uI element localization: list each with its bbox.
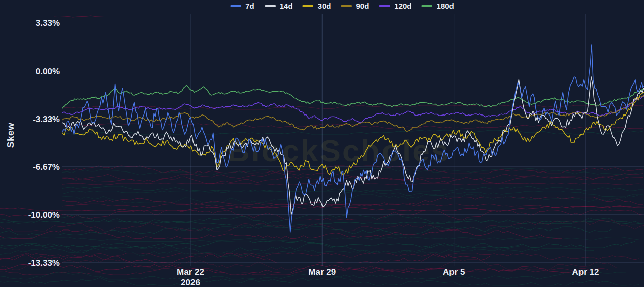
legend-item-7d[interactable]: 7d: [230, 2, 254, 10]
legend-label: 180d: [437, 2, 454, 10]
legend-label: 14d: [280, 2, 293, 10]
background-noise-line: [0, 230, 562, 239]
series-line-180d: [62, 85, 644, 108]
background-noise-line: [62, 168, 643, 175]
background-noise-line: [0, 237, 639, 242]
background-noise-line: [62, 191, 643, 197]
x-tick-sublabel: 2026: [181, 278, 200, 287]
legend-swatch-14d: [265, 5, 276, 7]
chart-panel: 7d14d30d90d120d180d Skew BlockScholes 3.…: [0, 0, 644, 287]
skew-chart[interactable]: BlockScholes 3.33%0.00%-3.33%-6.67%-10.0…: [0, 0, 644, 287]
x-tick-label: Apr 5: [443, 267, 465, 277]
legend-item-180d[interactable]: 180d: [422, 2, 454, 10]
background-noise-line: [62, 197, 643, 205]
legend-swatch-180d: [422, 5, 433, 7]
y-tick-label: -6.67%: [33, 162, 60, 172]
y-tick-label: 0.00%: [36, 67, 60, 76]
legend-label: 120d: [394, 2, 411, 10]
legend-swatch-90d: [341, 5, 352, 7]
watermark: BlockScholes: [227, 133, 450, 168]
series-line-90d: [62, 95, 644, 131]
background-noise-line: [0, 253, 639, 260]
legend-swatch-120d: [379, 5, 390, 7]
y-tick-label: -3.33%: [33, 114, 60, 124]
background-noise-line: [0, 277, 639, 285]
x-tick-label: Mar 22: [177, 267, 204, 277]
y-tick-label: 3.33%: [36, 18, 60, 28]
legend-label: 90d: [356, 2, 369, 10]
background-noise-line: [0, 227, 612, 235]
y-tick-label: -10.00%: [28, 210, 60, 220]
background-noise-line: [62, 194, 643, 203]
legend: 7d14d30d90d120d180d: [230, 2, 454, 10]
y-tick-label: -13.33%: [28, 258, 60, 268]
legend-item-30d[interactable]: 30d: [303, 2, 331, 10]
background-noise-line: [62, 183, 643, 185]
legend-label: 7d: [245, 2, 254, 10]
legend-item-14d[interactable]: 14d: [265, 2, 293, 10]
background-noise-line: [54, 16, 104, 17]
legend-swatch-7d: [230, 5, 241, 7]
y-axis-title: Skew: [5, 123, 16, 148]
background-noise-line: [0, 248, 594, 256]
x-tick-label: Apr 12: [572, 267, 599, 277]
legend-item-120d[interactable]: 120d: [379, 2, 411, 10]
legend-swatch-30d: [303, 5, 314, 7]
legend-label: 30d: [318, 2, 331, 10]
legend-item-90d[interactable]: 90d: [341, 2, 369, 10]
x-tick-label: Mar 29: [308, 267, 336, 277]
